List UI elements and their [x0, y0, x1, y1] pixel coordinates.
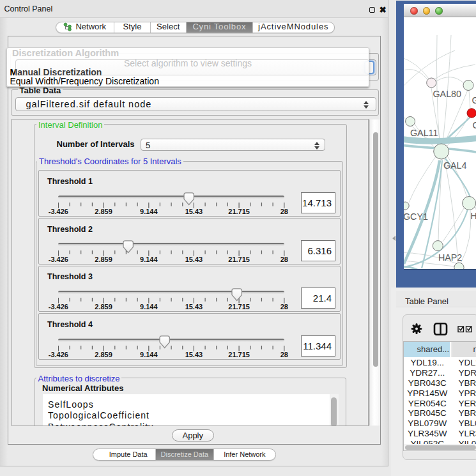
svg-text:G: G: [472, 95, 476, 105]
svg-text:GAL11: GAL11: [410, 128, 438, 138]
svg-text:C: C: [472, 120, 476, 130]
svg-text:H: H: [470, 211, 476, 221]
svg-text:GAL4: GAL4: [443, 160, 466, 171]
svg-text:HAP2: HAP2: [438, 252, 461, 263]
svg-text:GCY1: GCY1: [404, 211, 428, 222]
svg-text:GAL80: GAL80: [433, 89, 461, 99]
